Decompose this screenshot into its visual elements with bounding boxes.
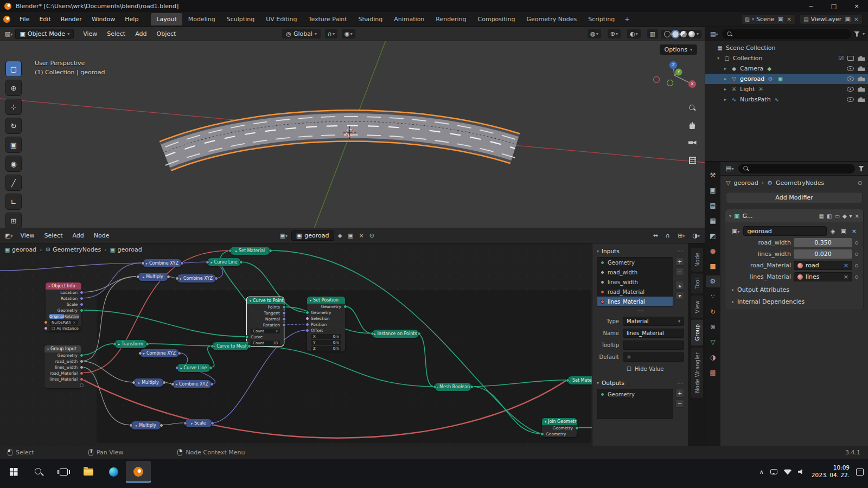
breadcrumb-2[interactable]: ▣ georoad bbox=[110, 246, 142, 253]
dropdown-field[interactable]: Count▾ bbox=[251, 329, 280, 333]
node-header[interactable]: ▾Curve to Points bbox=[247, 297, 284, 304]
breadcrumb-0[interactable]: ▣ georoad bbox=[4, 246, 36, 253]
workspace-tab-scripting[interactable]: Scripting bbox=[583, 13, 620, 25]
overlays-icon[interactable]: ◑▾ bbox=[691, 231, 701, 240]
tool-rotate[interactable]: ↻ bbox=[5, 118, 22, 134]
output-socket[interactable] bbox=[214, 277, 218, 280]
viewport-menu-object[interactable]: Object bbox=[151, 28, 181, 40]
node-multiply[interactable]: ▸Multiply bbox=[133, 378, 164, 387]
node-curve-line[interactable]: ▸Curve Line bbox=[207, 258, 241, 266]
shading-material-button[interactable] bbox=[680, 31, 687, 37]
outliner-item-scene-collection[interactable]: ▦Scene Collection bbox=[705, 43, 868, 53]
object-field[interactable]: NurbsPath× bbox=[49, 320, 78, 325]
input-socket-road-width[interactable]: road_width bbox=[597, 267, 673, 277]
snap-grid-icon[interactable]: ⊞▾ bbox=[676, 231, 686, 240]
output-socket[interactable] bbox=[80, 309, 84, 312]
gizmos-dropdown[interactable]: ⊕▾ bbox=[608, 29, 621, 38]
output-socket[interactable] bbox=[80, 377, 84, 381]
collapse-caret-icon[interactable]: ▸ bbox=[136, 423, 137, 427]
hidden-icons-chevron[interactable]: ∧ bbox=[760, 468, 764, 476]
node-editor-tab-view[interactable]: View bbox=[691, 296, 703, 318]
collapse-caret-icon[interactable]: ▸ bbox=[176, 382, 177, 386]
viewport-menu-select[interactable]: Select bbox=[102, 28, 130, 40]
node-object-info[interactable]: ▾Object InfoLocationRotationScaleGeometr… bbox=[46, 282, 81, 331]
network-tray-icon[interactable] bbox=[784, 469, 792, 475]
on-cage-toggle-icon[interactable]: ▦ bbox=[819, 213, 824, 219]
hide-value-checkbox[interactable]: ☐ Hide Value bbox=[627, 366, 684, 372]
collapse-icon[interactable]: ▾ bbox=[729, 214, 731, 219]
properties-tab-output[interactable]: ▤ bbox=[706, 200, 720, 211]
editor-type-icon[interactable]: ▤▾ bbox=[724, 164, 735, 173]
tool-cursor[interactable]: ⊕ bbox=[5, 80, 22, 96]
reorder-grip-icon[interactable]: ∷ ∷ bbox=[597, 309, 684, 314]
output-socket[interactable] bbox=[159, 423, 163, 427]
pan-hand-icon[interactable] bbox=[686, 119, 698, 131]
collapse-caret-icon[interactable]: ▸ bbox=[143, 351, 145, 355]
eye-toggle-icon[interactable] bbox=[847, 87, 854, 92]
shading-dropdown[interactable]: ▾ bbox=[697, 31, 699, 36]
node-header[interactable]: ▾Object Info bbox=[46, 282, 81, 290]
camera-toggle-icon[interactable] bbox=[858, 97, 865, 102]
animate-property-dot[interactable] bbox=[855, 253, 858, 256]
animate-property-dot[interactable] bbox=[855, 275, 858, 279]
output-socket[interactable] bbox=[80, 291, 84, 294]
output-socket[interactable] bbox=[80, 303, 84, 306]
panel-grip-icon[interactable]: ∷∷ bbox=[678, 249, 684, 254]
output-socket[interactable] bbox=[80, 354, 84, 357]
node-menu-select[interactable]: Select bbox=[40, 230, 68, 241]
field-value-road-material[interactable]: road× bbox=[794, 261, 852, 270]
taskbar-start-button[interactable] bbox=[1, 461, 26, 483]
snapping-controls[interactable]: ∩▾ bbox=[325, 29, 337, 38]
pin-icon[interactable]: ⊙ bbox=[368, 231, 376, 240]
move-input-up-button[interactable]: ▴ bbox=[675, 281, 684, 290]
collapse-caret-icon[interactable]: ▾ bbox=[47, 347, 49, 351]
node-group-name-field[interactable]: georoad bbox=[743, 226, 826, 236]
input-socket[interactable] bbox=[210, 344, 214, 348]
collapse-caret-icon[interactable]: ▸ bbox=[118, 342, 120, 346]
output-socket[interactable] bbox=[145, 342, 149, 346]
tooltip-field[interactable] bbox=[623, 341, 684, 350]
node-menu-add[interactable]: Add bbox=[67, 230, 88, 241]
modifier-panel-header[interactable]: ▾ ▣ G... ▦ ◧ ▭ ◆ ▾ × bbox=[725, 209, 863, 222]
snap-magnet-icon[interactable]: ∩ bbox=[664, 231, 672, 240]
input-socket[interactable] bbox=[44, 326, 48, 330]
outliner-item-camera[interactable]: ▸◆Camera◆ bbox=[705, 63, 868, 74]
node-tree-name-field[interactable]: ▣ georoad bbox=[291, 230, 334, 241]
collapse-caret-icon[interactable]: ▸ bbox=[181, 366, 182, 370]
app-menu-icon[interactable] bbox=[3, 16, 10, 23]
taskbar-task-view-button[interactable] bbox=[51, 461, 76, 483]
node-combine-xyz[interactable]: ▸Combine XYZ bbox=[177, 274, 216, 282]
node-header[interactable]: ▾Set Position bbox=[307, 297, 345, 304]
output-socket[interactable] bbox=[282, 317, 286, 321]
output-socket[interactable] bbox=[239, 260, 243, 264]
visibility-dropdown[interactable]: ◍▾ bbox=[588, 29, 601, 38]
realtime-toggle-icon[interactable]: ▭ bbox=[834, 213, 839, 219]
number-field-count[interactable]: Count10 bbox=[251, 341, 280, 345]
input-socket[interactable] bbox=[129, 423, 133, 427]
node-join-geometry[interactable]: ▾Join GeometryGeometryGeometry bbox=[542, 418, 577, 437]
node-editor-tab-node-wrangler[interactable]: Node Wrangler bbox=[691, 348, 703, 398]
unlink-node-group-icon[interactable]: × bbox=[850, 227, 858, 236]
workspace-tab-geometry-nodes[interactable]: Geometry Nodes bbox=[521, 13, 582, 25]
node-combine-xyz[interactable]: ▸Combine XYZ bbox=[140, 349, 179, 357]
properties-tab-render[interactable]: ▣ bbox=[706, 184, 720, 196]
unlink-tree-icon[interactable]: × bbox=[357, 231, 365, 240]
output-socket[interactable] bbox=[162, 381, 166, 384]
input-socket[interactable] bbox=[206, 260, 209, 264]
output-socket[interactable] bbox=[177, 351, 181, 355]
input-socket[interactable] bbox=[44, 320, 48, 324]
checkbox-row[interactable]: ☐As Instance bbox=[49, 326, 81, 331]
tool-add-primitive[interactable]: ⊞ bbox=[5, 213, 22, 228]
collapse-caret-icon[interactable]: ▾ bbox=[310, 298, 311, 302]
chevron-down-icon[interactable]: ▾ bbox=[863, 31, 865, 36]
eye-toggle-icon[interactable] bbox=[847, 97, 854, 102]
expand-caret-icon[interactable]: ▸ bbox=[723, 66, 728, 71]
node-mesh-boolean[interactable]: ▸Mesh Boolean bbox=[435, 383, 471, 391]
section-output-attributes[interactable]: ▸Output Attributes bbox=[732, 286, 857, 293]
output-socket[interactable] bbox=[575, 426, 579, 430]
taskbar-edge-button[interactable] bbox=[101, 461, 126, 483]
menu-file[interactable]: File bbox=[15, 14, 34, 25]
toggle-relative[interactable]: Relative bbox=[65, 314, 79, 319]
collapse-caret-icon[interactable]: ▸ bbox=[211, 260, 213, 264]
close-button[interactable]: × bbox=[845, 0, 868, 12]
